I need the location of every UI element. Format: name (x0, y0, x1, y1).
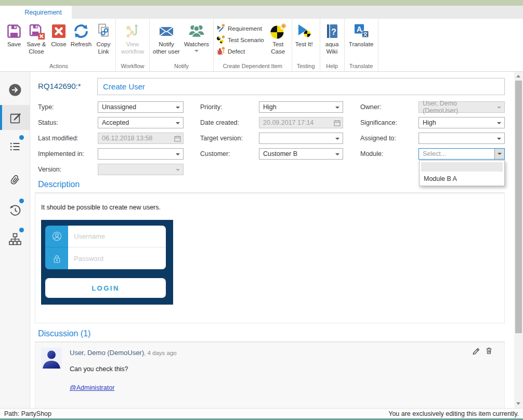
module-combo-open[interactable]: Select... Module B A (419, 148, 505, 160)
description-heading: Description (38, 180, 80, 189)
create-test-case-button[interactable]: Test Case (266, 22, 290, 56)
defect-new-icon (216, 47, 225, 56)
aqua-wiki-button[interactable]: ? aqua Wiki (322, 22, 343, 56)
last-modified-value: 06.12.2018 13:58 (102, 135, 152, 142)
application-window: Requirement Save Save & Close (0, 0, 523, 420)
test-scenario-new-icon (216, 35, 225, 44)
envelope-icon (158, 23, 175, 40)
watchers-button[interactable]: Watchers (181, 22, 212, 53)
module-placeholder: Select... (419, 150, 494, 158)
status-value: Accepted (102, 119, 129, 126)
last-modified-label: Last modified: (38, 133, 98, 144)
test-case-icon (270, 23, 286, 40)
mention-link[interactable]: @Administrator (70, 384, 114, 391)
sidebar-item-history[interactable] (0, 198, 30, 222)
list-icon (8, 140, 22, 153)
save-and-close-button[interactable]: Save & Close (24, 22, 48, 56)
customer-select[interactable]: Customer B (259, 148, 343, 160)
notification-dot (19, 199, 24, 203)
create-requirement-label: Requirement (228, 25, 262, 32)
hierarchy-icon (8, 232, 22, 246)
description-panel[interactable]: It should be possible to create new user… (35, 193, 505, 323)
watchers-dropdown-caret (194, 50, 199, 52)
ribbon-group-notify: Notify other user Watchers Notify (150, 19, 214, 71)
group-label-help: Help (322, 62, 343, 71)
svg-text:?: ? (331, 28, 336, 36)
properties-form: Type: Unassigned Priority: High Owner: U… (38, 101, 505, 175)
sidebar-collapse-button[interactable] (0, 78, 30, 102)
close-label: Close (51, 41, 66, 48)
sidebar-item-edit[interactable] (0, 105, 30, 130)
group-label-notify: Notify (151, 62, 212, 71)
comment-author-line: User, Demo (DemoUser), 4 days ago (70, 349, 177, 357)
login-image-username-row: Username (45, 226, 166, 247)
date-created-label: Date created: (200, 117, 259, 128)
test-it-button[interactable]: Test It! (294, 22, 315, 49)
group-label-testing: Testing (294, 62, 318, 71)
translate-button[interactable]: A Translate (346, 22, 376, 49)
discussion-heading: Discussion (1) (38, 329, 90, 338)
close-button[interactable]: Close (48, 22, 69, 49)
chevron-down-icon (497, 107, 501, 109)
edit-comment-icon[interactable] (472, 347, 480, 357)
scroll-down-arrow-icon[interactable] (516, 402, 520, 405)
module-option-module-b-a[interactable]: Module B A (420, 173, 504, 185)
notify-other-user-button[interactable]: Notify other user (151, 22, 181, 56)
requirement-id-label: RQ142690:* (38, 82, 81, 90)
watchers-icon (188, 23, 205, 40)
sidebar-item-hierarchy[interactable] (0, 227, 30, 251)
chevron-down-icon (335, 138, 339, 140)
save-close-icon (28, 23, 45, 40)
type-select[interactable]: Unassigned (98, 101, 184, 113)
ribbon-tab-row: Requirement (0, 6, 523, 19)
version-label: Version: (38, 164, 98, 175)
implemented-in-select[interactable] (98, 148, 184, 160)
delete-comment-icon[interactable] (485, 347, 493, 357)
priority-select[interactable]: High (259, 101, 343, 113)
svg-text:A: A (356, 25, 361, 33)
vertical-scrollbar[interactable] (514, 72, 523, 408)
login-image-form: Username Password (45, 226, 166, 269)
user-icon (45, 226, 68, 247)
discussion-panel: User, Demo (DemoUser), 4 days ago Can yo… (35, 342, 505, 408)
target-version-select[interactable] (259, 133, 343, 144)
copy-link-button[interactable]: Copy Link (93, 22, 114, 56)
significance-select[interactable]: High (419, 117, 505, 128)
chevron-down-icon (335, 107, 339, 109)
tab-row-rest (72, 6, 523, 19)
calendar-icon (174, 135, 181, 143)
last-modified-field-disabled: 06.12.2018 13:58 (98, 133, 184, 144)
status-select[interactable]: Accepted (98, 117, 184, 128)
tab-requirement[interactable]: Requirement (15, 6, 72, 19)
chevron-down-icon (176, 107, 180, 109)
title-input[interactable]: Create User (97, 78, 505, 95)
save-close-label: Save & Close (25, 41, 48, 55)
create-defect-label: Defect (228, 48, 245, 55)
create-defect-button[interactable]: Defect (216, 47, 264, 56)
notification-dot (19, 228, 24, 232)
workflow-icon (124, 23, 141, 40)
scrollbar-thumb[interactable] (515, 81, 522, 333)
assigned-to-select[interactable] (419, 133, 505, 144)
scroll-up-arrow-icon[interactable] (516, 75, 520, 77)
create-test-scenario-button[interactable]: Test Scenario (216, 35, 264, 44)
customer-value: Customer B (263, 150, 297, 158)
sidebar-item-attachments[interactable] (0, 168, 30, 192)
ribbon: Save Save & Close Close (0, 19, 523, 72)
owner-label: Owner: (360, 101, 419, 113)
date-created-field-disabled: 20.09.2017 17:14 (259, 117, 343, 128)
module-label: Module: (360, 148, 419, 160)
module-dropdown-popup: Module B A (419, 160, 505, 186)
sidebar-item-details-list[interactable] (0, 135, 30, 159)
save-button[interactable]: Save (4, 22, 24, 49)
date-created-value: 20.09.2017 17:14 (263, 119, 313, 126)
module-option-empty[interactable] (421, 162, 503, 172)
create-requirement-button[interactable]: Requirement (216, 24, 264, 33)
group-label-actions: Actions (4, 62, 114, 71)
module-dropdown-button[interactable] (494, 149, 504, 159)
refresh-button[interactable]: Refresh (69, 22, 93, 49)
title-text: Create User (103, 82, 145, 91)
edit-icon (9, 111, 23, 125)
save-icon (6, 23, 22, 40)
chevron-down-icon (176, 153, 180, 155)
